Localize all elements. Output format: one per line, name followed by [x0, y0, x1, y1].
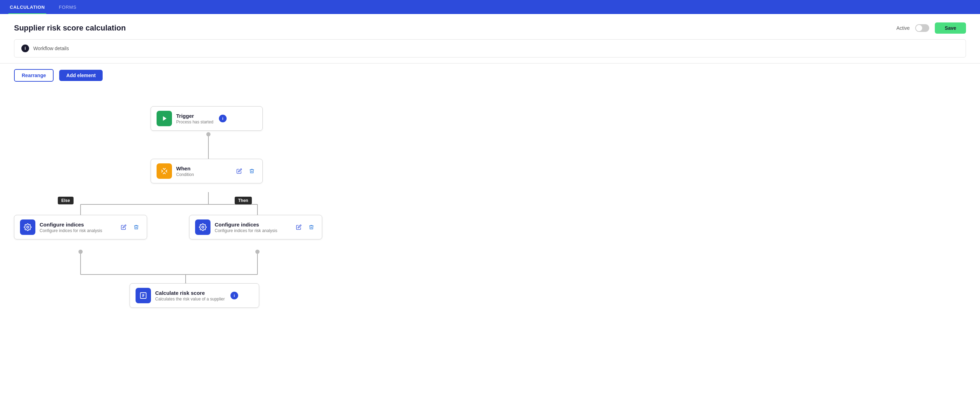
nav-tab-forms[interactable]: FORMS: [57, 0, 78, 14]
calculate-content: Calculate risk score Calculates the risk…: [155, 290, 225, 302]
configure-then-delete-button[interactable]: [307, 222, 316, 232]
svg-point-13: [255, 250, 259, 254]
save-button[interactable]: Save: [935, 22, 966, 34]
svg-point-12: [78, 250, 83, 254]
rearrange-button[interactable]: Rearrange: [14, 69, 54, 82]
configure-then-title: Configure indices: [215, 222, 277, 228]
when-actions: [234, 166, 257, 176]
configure-then-node: Configure indices Configure indices for …: [189, 215, 322, 240]
info-icon: i: [21, 45, 29, 52]
nav-tab-calculation[interactable]: CALCULATION: [8, 0, 46, 14]
active-toggle[interactable]: [915, 24, 929, 32]
else-badge: Else: [58, 197, 73, 204]
configure-else-actions: [119, 222, 141, 232]
calculate-info-badge[interactable]: i: [231, 292, 238, 299]
configure-else-content: Configure indices Configure indices for …: [40, 222, 102, 233]
active-label: Active: [896, 25, 910, 31]
configure-then-subtitle: Configure indices for risk analysis: [215, 228, 277, 233]
when-icon: [157, 163, 172, 179]
when-title: When: [176, 166, 194, 171]
configure-else-edit-button[interactable]: [119, 222, 129, 232]
when-node: When Condition: [151, 159, 262, 184]
trigger-subtitle: Process has started: [176, 120, 213, 125]
svg-point-16: [202, 226, 204, 228]
calculate-node: Calculate risk score Calculates the risk…: [130, 283, 259, 308]
top-nav: CALCULATION FORMS: [0, 0, 980, 14]
configure-then-icon: [195, 219, 210, 235]
divider: [0, 63, 980, 64]
then-badge: Then: [235, 197, 252, 204]
configure-then-edit-button[interactable]: [294, 222, 304, 232]
trigger-info-badge[interactable]: i: [219, 115, 227, 122]
when-subtitle: Condition: [176, 172, 194, 177]
workflow-details-label: Workflow details: [33, 46, 69, 51]
trigger-node: Trigger Process has started i: [151, 106, 262, 131]
configure-else-subtitle: Configure indices for risk analysis: [40, 228, 102, 233]
trigger-icon: [157, 111, 172, 126]
svg-point-15: [27, 226, 29, 228]
page-title: Supplier risk score calculation: [14, 24, 126, 33]
configure-then-actions: [294, 222, 316, 232]
trigger-content: Trigger Process has started: [176, 113, 213, 125]
svg-point-11: [206, 132, 210, 136]
when-content: When Condition: [176, 166, 194, 177]
toolbar: Rearrange Add element: [0, 69, 980, 89]
configure-else-icon: [20, 219, 35, 235]
calculate-title: Calculate risk score: [155, 290, 225, 296]
configure-else-node: Configure indices Configure indices for …: [14, 215, 147, 240]
workflow-details-bar[interactable]: i Workflow details: [14, 39, 966, 57]
when-edit-button[interactable]: [234, 166, 244, 176]
page-header: Supplier risk score calculation Active S…: [0, 14, 980, 39]
when-delete-button[interactable]: [247, 166, 257, 176]
calculate-subtitle: Calculates the risk value of a supplier: [155, 297, 225, 302]
canvas: Trigger Process has started i When Condi…: [0, 89, 980, 334]
configure-then-content: Configure indices Configure indices for …: [215, 222, 277, 233]
configure-else-delete-button[interactable]: [131, 222, 141, 232]
calculate-icon: [135, 288, 151, 303]
header-controls: Active Save: [896, 22, 966, 34]
add-element-button[interactable]: Add element: [59, 70, 103, 81]
toggle-knob: [916, 25, 922, 31]
trigger-title: Trigger: [176, 113, 213, 119]
configure-else-title: Configure indices: [40, 222, 102, 228]
